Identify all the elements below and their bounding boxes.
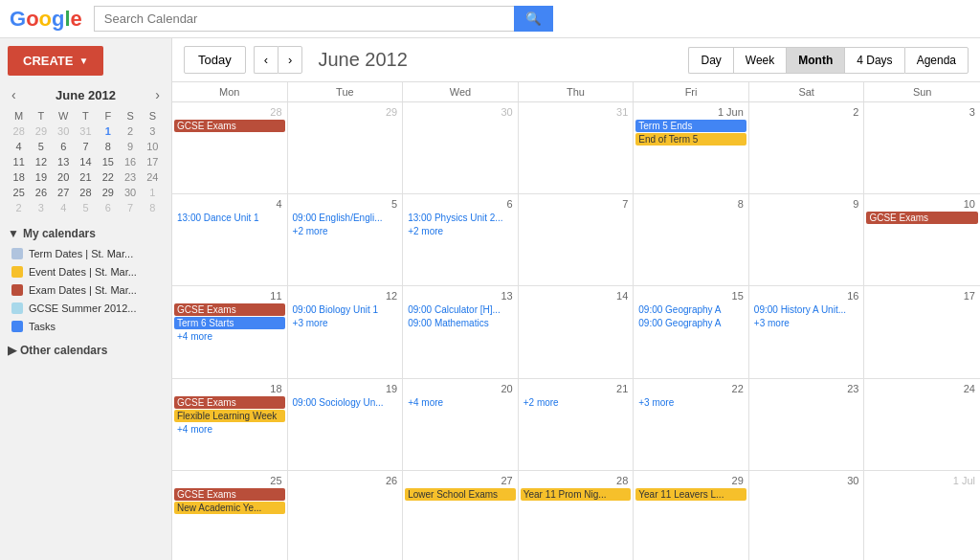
- mini-cal-day[interactable]: 11: [8, 154, 30, 169]
- calendar-event[interactable]: +2 more: [290, 225, 401, 237]
- today-button[interactable]: Today: [184, 46, 246, 74]
- calendar-event[interactable]: Lower School Exams: [405, 488, 516, 501]
- cal-day[interactable]: 18GCSE ExamsFlexible Learning Week+4 mor…: [172, 379, 288, 470]
- view-button-agenda[interactable]: Agenda: [904, 47, 969, 74]
- calendar-event[interactable]: +4 more: [405, 396, 516, 409]
- cal-day[interactable]: 9: [749, 194, 865, 285]
- spanning-event[interactable]: GCSE Exams: [174, 396, 285, 409]
- prev-button[interactable]: ‹: [254, 46, 278, 74]
- cal-day[interactable]: 2: [749, 102, 865, 193]
- cal-day[interactable]: 30: [403, 102, 519, 193]
- spanning-event[interactable]: GCSE Exams: [174, 303, 285, 316]
- search-input[interactable]: [94, 6, 514, 32]
- cal-day[interactable]: 509:00 English/Engli...+2 more: [288, 194, 404, 285]
- spanning-event[interactable]: GCSE Exams: [174, 488, 285, 501]
- mini-cal-day[interactable]: 18: [8, 169, 30, 185]
- mini-cal-day[interactable]: 10: [142, 139, 164, 154]
- calendar-event[interactable]: 09:00 Sociology Un...: [290, 396, 401, 409]
- calendar-event[interactable]: End of Term 5: [635, 133, 746, 146]
- cal-day[interactable]: 29: [288, 102, 404, 193]
- calendar-item[interactable]: Exam Dates | St. Mar...: [8, 282, 164, 298]
- calendar-event[interactable]: +4 more: [174, 330, 285, 343]
- mini-cal-prev-button[interactable]: ‹: [8, 85, 20, 104]
- mini-cal-day[interactable]: 3: [30, 200, 52, 215]
- mini-cal-day[interactable]: 22: [97, 169, 119, 185]
- cal-day[interactable]: 7: [519, 194, 635, 285]
- spanning-event[interactable]: GCSE Exams: [174, 120, 285, 132]
- calendar-event[interactable]: Term 5 Ends: [635, 120, 746, 132]
- calendar-event[interactable]: 09:00 Calculator [H]...: [405, 303, 516, 316]
- cal-day[interactable]: 25GCSE ExamsNew Academic Ye...: [172, 471, 288, 560]
- calendar-event[interactable]: +3 more: [751, 317, 862, 329]
- mini-cal-day[interactable]: 19: [30, 169, 52, 185]
- cal-day[interactable]: 1 JunTerm 5 EndsEnd of Term 5: [634, 102, 749, 193]
- cal-day[interactable]: 20+4 more: [403, 379, 519, 470]
- cal-day[interactable]: 24: [864, 379, 980, 470]
- calendar-event[interactable]: +4 more: [174, 423, 285, 436]
- mini-cal-next-button[interactable]: ›: [151, 85, 164, 104]
- mini-cal-day[interactable]: 7: [119, 200, 141, 215]
- calendar-event[interactable]: +3 more: [635, 396, 746, 409]
- mini-cal-day[interactable]: 21: [75, 169, 97, 185]
- mini-cal-day[interactable]: 14: [75, 154, 97, 169]
- calendar-event[interactable]: 13:00 Dance Unit 1: [174, 212, 285, 224]
- mini-cal-day[interactable]: 16: [119, 154, 141, 169]
- cal-day[interactable]: 1209:00 Biology Unit 1+3 more: [288, 286, 404, 377]
- calendar-event[interactable]: GCSE Exams: [866, 212, 978, 224]
- mini-cal-day[interactable]: 2: [8, 200, 30, 215]
- cal-day[interactable]: 23: [749, 379, 865, 470]
- calendar-event[interactable]: 09:00 History A Unit...: [751, 303, 862, 316]
- mini-cal-day[interactable]: 5: [30, 139, 52, 154]
- mini-cal-day[interactable]: 9: [119, 139, 141, 154]
- mini-cal-day[interactable]: 1: [142, 185, 164, 200]
- mini-cal-day[interactable]: 7: [75, 139, 97, 154]
- calendar-event[interactable]: New Academic Ye...: [174, 502, 285, 514]
- mini-cal-day[interactable]: 20: [53, 169, 75, 185]
- mini-cal-day[interactable]: 25: [8, 185, 30, 200]
- calendar-event[interactable]: 09:00 Geography A: [635, 303, 746, 316]
- view-button-month[interactable]: Month: [786, 47, 844, 74]
- mini-cal-day[interactable]: 24: [142, 169, 164, 185]
- cal-day[interactable]: 1509:00 Geography A09:00 Geography A: [634, 286, 749, 377]
- cal-day[interactable]: 17: [864, 286, 980, 377]
- mini-cal-day[interactable]: 31: [75, 123, 97, 139]
- calendar-event[interactable]: 09:00 English/Engli...: [290, 212, 401, 224]
- mini-cal-day[interactable]: 17: [142, 154, 164, 169]
- calendar-item[interactable]: GCSE Summer 2012...: [8, 301, 164, 316]
- next-button[interactable]: ›: [278, 46, 302, 74]
- mini-cal-day[interactable]: 8: [142, 200, 164, 215]
- mini-cal-day[interactable]: 4: [53, 200, 75, 215]
- cal-day[interactable]: 14: [519, 286, 635, 377]
- mini-cal-day[interactable]: 30: [119, 185, 141, 200]
- mini-cal-day[interactable]: 15: [97, 154, 119, 169]
- cal-day[interactable]: 8: [634, 194, 749, 285]
- mini-cal-day[interactable]: 12: [30, 154, 52, 169]
- view-button-week[interactable]: Week: [733, 47, 786, 74]
- calendar-event[interactable]: 09:00 Mathematics: [405, 317, 516, 329]
- mini-cal-day[interactable]: 23: [119, 169, 141, 185]
- calendar-item[interactable]: Term Dates | St. Mar...: [8, 246, 164, 261]
- cal-day[interactable]: 1909:00 Sociology Un...: [288, 379, 404, 470]
- cal-day[interactable]: 27Lower School Exams: [403, 471, 519, 560]
- cal-day[interactable]: 413:00 Dance Unit 1: [172, 194, 288, 285]
- calendar-item[interactable]: Tasks: [8, 319, 164, 334]
- cal-day[interactable]: 26: [288, 471, 404, 560]
- mini-cal-day[interactable]: 27: [53, 185, 75, 200]
- calendar-event[interactable]: Year 11 Prom Nig...: [521, 488, 632, 501]
- mini-cal-day[interactable]: 13: [53, 154, 75, 169]
- cal-day[interactable]: 1609:00 History A Unit...+3 more: [749, 286, 865, 377]
- calendar-event[interactable]: 09:00 Biology Unit 1: [290, 303, 401, 316]
- calendar-event[interactable]: +3 more: [290, 317, 401, 329]
- cal-day[interactable]: 1309:00 Calculator [H]...09:00 Mathemati…: [403, 286, 519, 377]
- create-button[interactable]: CREATE ▼: [8, 46, 103, 76]
- cal-day[interactable]: 31: [519, 102, 635, 193]
- my-calendars-title[interactable]: ▼ My calendars: [8, 227, 164, 240]
- calendar-event[interactable]: +2 more: [521, 396, 632, 409]
- search-button[interactable]: 🔍: [514, 6, 553, 32]
- mini-cal-day[interactable]: 3: [142, 123, 164, 139]
- cal-day[interactable]: 28GCSE Exams: [172, 102, 288, 193]
- view-button-4-days[interactable]: 4 Days: [844, 47, 903, 74]
- cal-day[interactable]: 3: [864, 102, 980, 193]
- cal-day[interactable]: 21+2 more: [519, 379, 635, 470]
- mini-cal-day[interactable]: 29: [97, 185, 119, 200]
